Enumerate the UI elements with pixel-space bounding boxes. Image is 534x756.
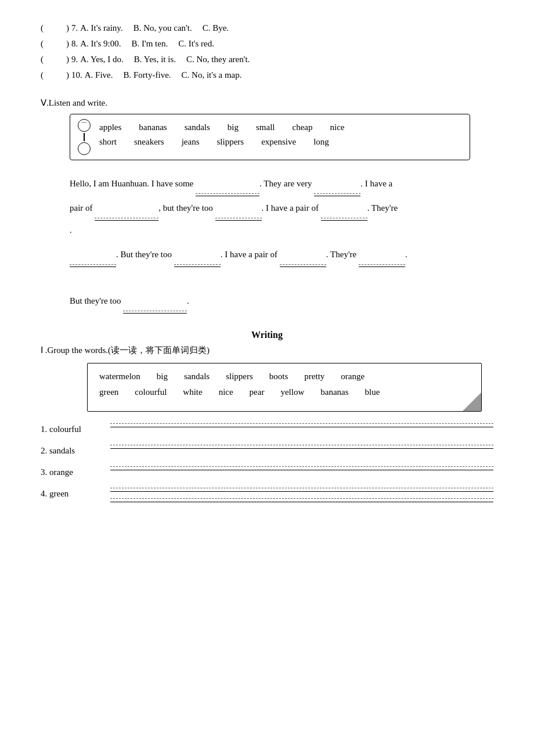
fill-line2-mid1: , but they're too (158, 203, 215, 213)
fill-line-3: . (70, 219, 476, 240)
w-white: white (183, 387, 202, 397)
question-10: ( ) 10. A. Five. B. Forty-five. C. No, i… (41, 70, 493, 80)
fill-blank-5[interactable] (321, 195, 367, 218)
fill-line-4 (70, 266, 476, 287)
categories-section: 1. colourful 2. sandals 3. orange (41, 423, 493, 502)
q8-choice-c: C. It's red. (178, 39, 214, 49)
q9-choice-c: C. No, they aren't. (186, 55, 250, 64)
fill-line3-mid: . I have a pair of (221, 250, 280, 259)
cat1-dash-1 (110, 423, 493, 424)
paren-close-8: ) (66, 39, 69, 49)
category-1: 1. colourful (41, 423, 493, 434)
word-nice: nice (330, 123, 344, 132)
w-pretty: pretty (304, 372, 324, 381)
paren-space-10 (49, 70, 66, 80)
q7-choice-a: A. It's rainy. (80, 23, 122, 33)
word-jeans: jeans (182, 137, 200, 147)
word-expensive: expensive (261, 137, 296, 147)
category-3-lines (110, 466, 493, 475)
fill-line4-prefix: But they're too (70, 296, 123, 305)
fill-blank-3[interactable] (95, 195, 158, 218)
word-long: long (313, 137, 329, 147)
cat2-solid-1 (110, 448, 493, 449)
fill-blank-9[interactable] (359, 242, 405, 265)
q10-choice-c: C. No, it's a map. (182, 70, 242, 80)
cat3-solid-1 (110, 470, 493, 470)
fill-line1-end: . I have a (360, 179, 392, 188)
scroll-top-circle: ⌒ (78, 119, 91, 132)
scroll-bottom-circle (78, 142, 91, 155)
fill-blank-1[interactable] (196, 171, 259, 194)
fill-line3-end: . (405, 250, 407, 259)
paren-close-10: ) (66, 70, 69, 80)
category-1-label: 1. colourful (41, 423, 110, 434)
cat2-dash-1 (110, 445, 493, 445)
q9-choice-b: B. Yes, it is. (134, 55, 176, 64)
fill-line2-suffix: . They're (367, 203, 398, 213)
q9-num: 9. (71, 55, 78, 64)
cat4-solid-2 (110, 502, 493, 502)
w-pear: pear (250, 387, 265, 397)
cat3-line-group (110, 466, 493, 470)
w-slippers: slippers (226, 372, 253, 381)
writing-word-box: watermelon big sandals slippers boots pr… (87, 363, 482, 412)
word-slippers: slippers (217, 137, 244, 147)
cat4-dash-2 (110, 498, 493, 499)
q7-num: 7. (71, 23, 78, 33)
cat4-solid-1 (110, 491, 493, 492)
fill-blank-4[interactable] (215, 195, 262, 218)
fill-blank-2[interactable] (314, 171, 360, 194)
category-1-lines (110, 423, 493, 432)
word-sneakers: sneakers (134, 137, 164, 147)
word-row-1: apples bananas sandals big small cheap n… (99, 123, 458, 132)
word-small: small (256, 123, 275, 132)
writing-word-row-1: watermelon big sandals slippers boots pr… (99, 372, 470, 381)
category-3-label: 3. orange (41, 466, 110, 477)
paren-open-7: ( (41, 23, 49, 33)
section5-title: .Listen and write. (46, 98, 107, 107)
q9-choice-a: A. Yes, I do. (80, 55, 124, 64)
writing-title: Writing (41, 330, 493, 340)
fill-paragraph: Hello, I am Huanhuan. I have some . They… (70, 171, 476, 311)
w-watermelon: watermelon (99, 372, 140, 381)
paren-open-8: ( (41, 39, 49, 49)
fill-blank-10[interactable] (123, 288, 187, 311)
q7-choice-c: C. Bye. (203, 23, 229, 33)
category-4-label: 4. green (41, 488, 110, 499)
fill-line3-dot: . (70, 225, 72, 235)
fill-line3-prefix: . But they're too (116, 250, 174, 259)
w-big: big (157, 372, 168, 381)
q8-choice-a: A. It's 9:00. (80, 39, 121, 49)
fill-blank-7[interactable] (174, 242, 221, 265)
category-2-lines (110, 445, 493, 453)
fill-line4-suffix: . (187, 296, 189, 305)
paren-open-10: ( (41, 70, 49, 80)
q10-num: 10. (71, 70, 82, 80)
q8-num: 8. (71, 39, 78, 49)
corner-fold (463, 393, 481, 411)
category-2: 2. sandals (41, 445, 493, 456)
w-yellow: yellow (280, 387, 304, 397)
question-8: ( ) 8. A. It's 9:00. B. I'm ten. C. It's… (41, 39, 493, 49)
q10-choice-a: A. Five. (85, 70, 113, 80)
cat4-dash-1 (110, 488, 493, 488)
cat3-dash-1 (110, 466, 493, 467)
word-cheap: cheap (292, 123, 312, 132)
w-orange: orange (341, 372, 365, 381)
fill-blank-6[interactable] (70, 242, 116, 265)
section5-label: Ⅴ (41, 98, 46, 107)
w-nice: nice (219, 387, 233, 397)
q8-choice-b: B. I'm ten. (131, 39, 168, 49)
w-bananas: bananas (320, 387, 348, 397)
question-7: ( ) 7. A. It's rainy. B. No, you can't. … (41, 23, 493, 33)
fill-line2-prefix: pair of (70, 203, 95, 213)
cat4-line-group (110, 488, 493, 502)
cat1-solid-1 (110, 427, 493, 427)
fill-line2-mid2: . I have a pair of (262, 203, 321, 213)
category-3: 3. orange (41, 466, 493, 477)
w-boots: boots (269, 372, 288, 381)
fill-line-2: pair of , but they're too . I have a pai… (70, 195, 476, 218)
fill-blank-8[interactable] (280, 242, 326, 265)
section5-header: Ⅴ.Listen and write. (41, 98, 493, 108)
paren-close-9: ) (66, 55, 69, 64)
